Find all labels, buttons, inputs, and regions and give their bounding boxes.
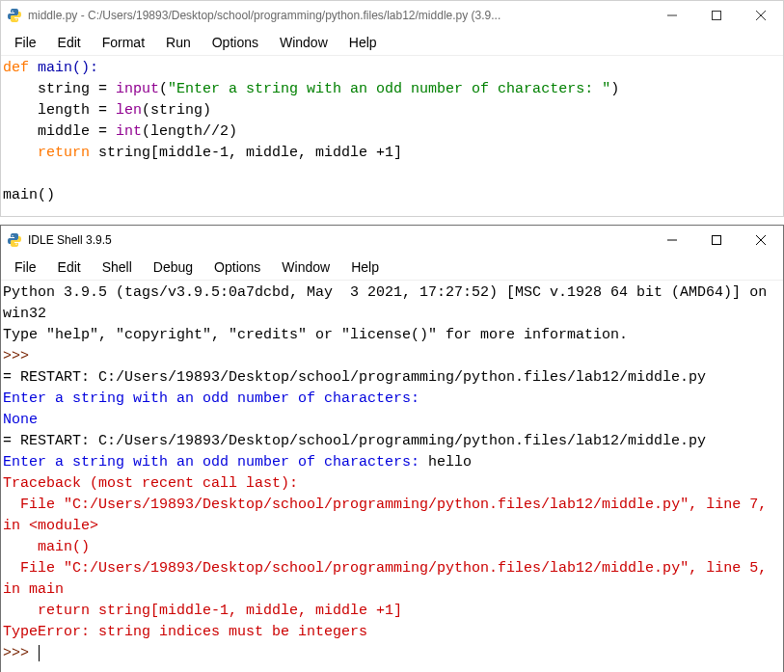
- code-token: string[middle-1, middle, middle +1]: [90, 145, 402, 161]
- shell-minimize-button[interactable]: [650, 226, 694, 255]
- editor-title: middle.py - C:/Users/19893/Desktop/schoo…: [28, 9, 650, 22]
- shell-line: Enter a string with an odd number of cha…: [3, 390, 428, 407]
- code-token: def: [3, 60, 29, 76]
- editor-minimize-button[interactable]: [650, 1, 694, 30]
- traceback-line: TypeError: string indices must be intege…: [3, 624, 367, 640]
- shell-user-input: hello: [428, 454, 472, 470]
- shell-menubar: File Edit Shell Debug Options Window Hel…: [1, 255, 783, 281]
- code-token: (: [159, 81, 168, 97]
- shell-line: Type "help", "copyright", "credits" or "…: [3, 327, 628, 343]
- editor-window-controls: [650, 1, 783, 30]
- text-cursor: [39, 645, 40, 661]
- traceback-line: main(): [3, 539, 90, 555]
- python-icon: [7, 8, 22, 23]
- editor-menu-edit[interactable]: Edit: [48, 32, 91, 53]
- editor-menu-format[interactable]: Format: [93, 32, 154, 53]
- shell-menu-window[interactable]: Window: [272, 256, 339, 278]
- shell-menu-file[interactable]: File: [5, 256, 46, 278]
- code-token: main():: [29, 60, 98, 76]
- shell-title: IDLE Shell 3.9.5: [28, 233, 650, 247]
- shell-text-area[interactable]: Python 3.9.5 (tags/v3.9.5:0a7dcbd, May 3…: [1, 281, 783, 672]
- code-token: input: [116, 81, 159, 97]
- editor-menu-window[interactable]: Window: [270, 32, 338, 53]
- code-token: middle =: [3, 123, 116, 140]
- editor-titlebar: middle.py - C:/Users/19893/Desktop/schoo…: [1, 1, 783, 30]
- shell-line: Enter a string with an odd number of cha…: [3, 454, 428, 470]
- editor-close-button[interactable]: [739, 1, 783, 30]
- shell-menu-shell[interactable]: Shell: [93, 256, 142, 278]
- shell-menu-options[interactable]: Options: [204, 256, 270, 278]
- code-token: (length//2): [142, 123, 237, 140]
- shell-line: = RESTART: C:/Users/19893/Desktop/school…: [3, 433, 706, 449]
- shell-menu-help[interactable]: Help: [341, 256, 389, 278]
- code-token: "Enter a string with an odd number of ch…: [168, 81, 610, 97]
- editor-menu-options[interactable]: Options: [203, 32, 268, 53]
- shell-line: Python 3.9.5 (tags/v3.9.5:0a7dcbd, May 3…: [3, 284, 775, 322]
- code-token: string =: [3, 81, 116, 97]
- shell-close-button[interactable]: [739, 226, 783, 255]
- code-token: return: [38, 145, 90, 161]
- shell-window-controls: [650, 226, 783, 255]
- shell-maximize-button[interactable]: [694, 226, 739, 255]
- code-token: length =: [3, 102, 116, 119]
- shell-line: None: [3, 412, 38, 428]
- traceback-line: return string[middle-1, middle, middle +…: [3, 603, 402, 619]
- shell-menu-edit[interactable]: Edit: [48, 256, 91, 278]
- shell-prompt: >>>: [3, 348, 29, 364]
- code-token: ): [610, 81, 619, 97]
- traceback-line: File "C:/Users/19893/Desktop/school/prog…: [3, 497, 775, 534]
- python-icon: [7, 232, 22, 248]
- code-token: len: [116, 102, 142, 119]
- shell-menu-debug[interactable]: Debug: [144, 256, 203, 278]
- code-token: int: [116, 123, 142, 140]
- svg-rect-0: [713, 12, 721, 20]
- editor-menu-help[interactable]: Help: [339, 32, 387, 53]
- code-token: [3, 145, 38, 161]
- editor-menubar: File Edit Format Run Options Window Help: [1, 30, 783, 56]
- traceback-line: File "C:/Users/19893/Desktop/school/prog…: [3, 560, 775, 598]
- editor-window: middle.py - C:/Users/19893/Desktop/schoo…: [0, 0, 784, 217]
- shell-prompt: >>>: [3, 645, 38, 661]
- editor-menu-file[interactable]: File: [5, 32, 46, 53]
- traceback-line: Traceback (most recent call last):: [3, 475, 298, 492]
- code-token: main(): [3, 187, 55, 203]
- editor-menu-run[interactable]: Run: [156, 32, 201, 53]
- shell-line: = RESTART: C:/Users/19893/Desktop/school…: [3, 369, 706, 386]
- shell-window: IDLE Shell 3.9.5 File Edit Shell Debug O…: [0, 225, 784, 672]
- shell-titlebar: IDLE Shell 3.9.5: [1, 226, 783, 255]
- editor-text-area[interactable]: def main(): string = input("Enter a stri…: [1, 56, 783, 216]
- editor-maximize-button[interactable]: [694, 1, 739, 30]
- code-token: (string): [142, 102, 211, 119]
- svg-rect-1: [713, 236, 721, 245]
